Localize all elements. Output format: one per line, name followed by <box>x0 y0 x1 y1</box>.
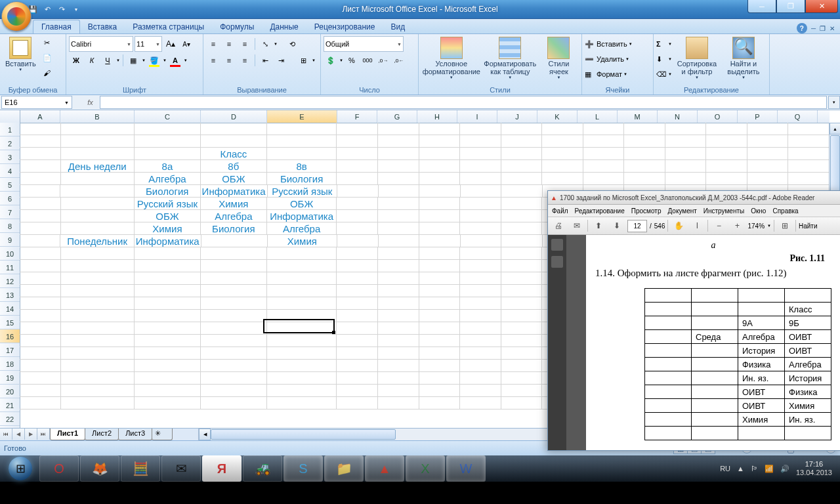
row-header-13[interactable]: 13 <box>0 288 20 302</box>
cell-E4[interactable]: 8в <box>267 160 337 173</box>
cell-J7[interactable] <box>501 198 543 210</box>
col-header-D[interactable]: D <box>201 110 267 123</box>
cell-N2[interactable] <box>665 135 707 148</box>
cell-I10[interactable] <box>461 235 501 247</box>
cell-A13[interactable] <box>20 272 61 285</box>
cell-C3[interactable] <box>135 148 201 160</box>
row-header-12[interactable]: 12 <box>0 274 20 288</box>
adobe-zoom-level[interactable]: 174% <box>747 222 765 230</box>
cell-G9[interactable] <box>378 222 419 235</box>
row-header-8[interactable]: 8 <box>0 219 20 233</box>
adobe-prev-page-icon[interactable]: ⬆ <box>591 219 606 233</box>
cell-H7[interactable] <box>419 198 461 210</box>
cell-H22[interactable] <box>419 385 461 397</box>
cell-C13[interactable] <box>135 272 201 285</box>
cell-C19[interactable] <box>135 347 201 360</box>
cell-I11[interactable] <box>460 247 501 260</box>
sheet-nav-next-icon[interactable]: ▶ <box>25 429 37 440</box>
tab-data[interactable]: Данные <box>262 20 306 33</box>
cell-C23[interactable] <box>135 397 201 410</box>
cell-Q3[interactable] <box>788 148 830 160</box>
hscroll-thumb[interactable] <box>211 429 396 440</box>
cell-K2[interactable] <box>542 135 583 148</box>
cell-D21[interactable] <box>201 372 267 385</box>
cell-G18[interactable] <box>378 335 419 347</box>
cell-P3[interactable] <box>747 148 789 160</box>
cell-A1[interactable] <box>20 123 61 135</box>
office-button[interactable] <box>1 1 32 32</box>
close-workbook-icon[interactable]: ✕ <box>830 25 835 32</box>
conditional-formatting-button[interactable]: Условное форматирование▼ <box>421 35 482 81</box>
wrap-text-icon[interactable]: ⟲ <box>285 37 300 51</box>
new-sheet-icon[interactable]: ✳ <box>152 429 173 440</box>
cell-B1[interactable] <box>61 123 135 135</box>
row-header-21[interactable]: 21 <box>0 398 20 412</box>
cell-K5[interactable] <box>542 173 583 185</box>
cell-I15[interactable] <box>460 297 501 310</box>
adobe-menu-view[interactable]: Просмотр <box>631 207 662 215</box>
cell-A6[interactable] <box>20 185 60 198</box>
adobe-zoom-in-icon[interactable]: + <box>729 219 745 233</box>
row-header-22[interactable]: 22 <box>0 412 20 426</box>
cell-J19[interactable] <box>501 347 543 360</box>
help-icon[interactable]: ? <box>797 23 807 33</box>
tray-volume-icon[interactable]: 🔊 <box>780 465 789 473</box>
cell-I16[interactable] <box>460 310 501 322</box>
adobe-next-page-icon[interactable]: ⬇ <box>609 219 625 233</box>
redo-icon[interactable]: ↷ <box>55 3 68 16</box>
cell-J15[interactable] <box>501 297 543 310</box>
cell-B10[interactable]: Понедельник <box>60 235 134 247</box>
cell-N3[interactable] <box>665 148 707 160</box>
cell-A8[interactable] <box>20 210 61 222</box>
tab-formulas[interactable]: Формулы <box>212 20 262 33</box>
row-header-9[interactable]: 9 <box>0 233 20 247</box>
cell-G12[interactable] <box>378 260 419 272</box>
cell-A9[interactable] <box>20 222 61 235</box>
sheet-nav-prev-icon[interactable]: ◀ <box>12 429 25 440</box>
bold-button[interactable]: Ж <box>69 53 83 68</box>
cell-A18[interactable] <box>20 335 61 347</box>
cell-J16[interactable] <box>501 310 543 322</box>
cell-F15[interactable] <box>337 297 378 310</box>
align-center-icon[interactable]: ≡ <box>222 53 236 68</box>
cell-J17[interactable] <box>501 322 543 335</box>
cell-E1[interactable] <box>267 123 337 135</box>
italic-button[interactable]: К <box>85 53 99 68</box>
adobe-page-view[interactable]: а Рис. 1.11 1.14. Оформить на листе фраг… <box>566 235 840 450</box>
cell-D16[interactable] <box>201 310 267 322</box>
clear-button[interactable]: ⌫▼ <box>656 67 672 81</box>
cell-F17[interactable] <box>337 322 378 335</box>
adobe-print-icon[interactable]: 🖨 <box>551 219 566 233</box>
cell-C1[interactable] <box>135 123 201 135</box>
cell-A21[interactable] <box>20 372 61 385</box>
cell-D8[interactable]: Алгебра <box>201 210 267 222</box>
cell-J21[interactable] <box>501 372 543 385</box>
cell-K4[interactable] <box>542 160 583 173</box>
cell-C20[interactable] <box>135 360 201 372</box>
cell-D19[interactable] <box>201 347 267 360</box>
cell-E17[interactable] <box>267 322 337 335</box>
cell-H23[interactable] <box>419 397 461 410</box>
cell-J22[interactable] <box>501 385 543 397</box>
col-header-A[interactable]: A <box>20 110 60 123</box>
cell-O3[interactable] <box>706 148 747 160</box>
cell-C15[interactable] <box>135 297 201 310</box>
increase-decimal-icon[interactable]: ,0→ <box>376 53 390 68</box>
cell-J8[interactable] <box>501 210 543 222</box>
cell-D7[interactable]: Химия <box>201 198 267 210</box>
ribbon-minimize-icon[interactable]: ─ <box>811 25 816 32</box>
cell-A19[interactable] <box>20 347 61 360</box>
restore-window-icon[interactable]: ❐ <box>820 25 826 32</box>
cell-L1[interactable] <box>583 123 625 135</box>
cell-E11[interactable] <box>267 247 337 260</box>
col-header-M[interactable]: M <box>618 110 658 123</box>
task-mail[interactable]: ✉ <box>161 455 201 482</box>
cell-B15[interactable] <box>61 297 135 310</box>
cell-O5[interactable] <box>706 173 747 185</box>
task-explorer[interactable]: 📁 <box>324 455 364 482</box>
cell-J5[interactable] <box>501 173 543 185</box>
cell-D13[interactable] <box>201 272 267 285</box>
row-header-6[interactable]: 6 <box>0 192 20 205</box>
scroll-left-icon[interactable]: ◀ <box>199 429 211 440</box>
cell-H2[interactable] <box>419 135 461 148</box>
